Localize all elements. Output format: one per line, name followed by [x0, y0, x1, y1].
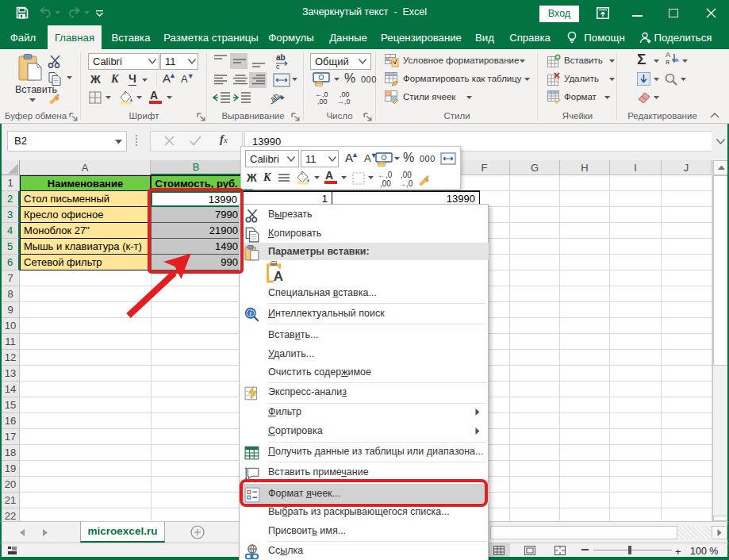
- svg-text:ab: ab: [276, 53, 286, 62]
- svg-text:А: А: [274, 269, 283, 283]
- svg-text:c: c: [276, 63, 280, 71]
